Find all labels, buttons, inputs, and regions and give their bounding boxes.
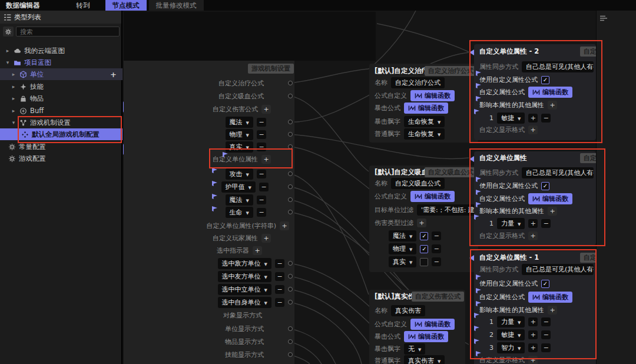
name-input[interactable]: 真实伤害 [391,305,425,316]
remove-item-button[interactable] [257,208,266,217]
add-item-button[interactable] [261,155,271,164]
node-default-heal-formula[interactable]: [默认]自定义治疗公式 自定义治疗公式 名称 自定义治疗公式 公式自定义 编辑函… [369,64,478,143]
dropdown[interactable]: 选中中立单位 [218,284,271,295]
dropdown[interactable]: 力量 [497,218,525,229]
output-port[interactable] [288,210,293,214]
remove-item-button[interactable] [541,219,551,228]
node-custom-unit-attribute-1[interactable]: 自定义单位属性 - 1 自定义单位属性 属性同步方式 自己总是可见(其他人有视野… [474,251,596,364]
remove-item-button[interactable] [257,143,266,151]
add-item-button[interactable] [417,219,426,227]
node-default-lifesteal-formula[interactable]: [默认]自定义吸血公式 自定义吸血公式 名称 自定义吸血公式 公式自定义 编辑函… [369,166,478,272]
tab-node-mode[interactable]: 节点模式 [105,0,147,11]
output-port[interactable] [288,274,293,279]
expand-collapsed-icon[interactable] [11,71,16,77]
output-port[interactable] [288,261,293,266]
remove-item-button[interactable] [541,317,551,326]
checkbox-checked[interactable] [541,182,549,190]
dropdown[interactable]: 敏捷 [497,112,525,124]
dropdown[interactable]: 物理 [389,243,416,254]
add-item-button[interactable] [261,105,271,114]
edit-function-button[interactable]: 编辑函数 [528,87,572,98]
output-port[interactable] [288,144,293,149]
add-item-button[interactable] [548,306,557,315]
remove-item-button[interactable] [432,231,441,240]
add-item-button[interactable] [528,317,538,326]
sidebar-item-project-blueprints[interactable]: 项目蓝图 [0,57,122,68]
sidebar-item-constant-config[interactable]: 常量配置 [0,141,122,153]
remove-item-button[interactable] [275,298,284,307]
checkbox-checked[interactable] [541,76,549,84]
remove-item-button[interactable] [275,259,284,268]
dropdown[interactable]: 无 [404,343,425,355]
remove-item-button[interactable] [541,343,551,352]
remove-item-button[interactable] [257,130,266,139]
output-port[interactable] [288,326,293,331]
remove-item-button[interactable] [257,170,266,178]
right-side-panel[interactable] [596,11,636,364]
list-panel-icon[interactable] [599,15,609,23]
remove-item-button[interactable] [275,285,284,294]
dropdown[interactable]: 生命恢复 [404,128,445,140]
remove-item-button[interactable] [257,196,266,204]
sync-mode-dropdown[interactable]: 自己总是可见(其他人有视野才能看得 [522,264,594,275]
output-port[interactable] [288,120,293,124]
output-port[interactable] [288,197,293,202]
output-port[interactable] [288,94,293,98]
sidebar-item-my-cloud-blueprints[interactable]: 我的云端蓝图 [0,45,122,57]
dropdown[interactable]: 攻击 [226,168,253,180]
menu-data-editor[interactable]: 数据编辑器 [0,0,46,11]
edit-function-button[interactable]: 编辑函数 [410,319,455,330]
add-item-button[interactable] [261,234,271,243]
expand-collapsed-icon[interactable] [5,48,11,54]
dropdown[interactable]: 真实伤害 [404,355,445,364]
node-game-mechanism-settings[interactable]: 游戏机制设置 自定义治疗公式 自定义吸血公式 自定义伤害公式 魔法 物理 真实 [124,61,294,364]
edit-function-button[interactable]: 编辑函数 [528,292,572,303]
add-item-button[interactable] [528,231,538,240]
expand-open-icon[interactable] [11,120,16,125]
add-item-button[interactable] [528,330,538,339]
tab-batch-edit-mode[interactable]: 批量修改模式 [149,0,204,11]
name-input[interactable]: 自定义治疗公式 [391,77,445,88]
dropdown[interactable]: 选中自身单位 [218,297,271,308]
dropdown[interactable]: 敏捷 [497,329,525,340]
search-input[interactable] [16,27,120,37]
edit-function-button[interactable]: 编辑函数 [410,191,455,202]
dropdown[interactable]: 生命 [226,207,253,218]
menu-goto[interactable]: 转到 [71,0,96,11]
remove-item-button[interactable] [541,330,551,339]
node-graph-canvas[interactable]: 用单位的死亡经验属性值，移除时、... ..敌方；不包括：镜像' 位都可以被分配… [122,11,636,364]
dropdown[interactable]: 力量 [497,316,525,327]
dropdown[interactable]: 魔法 [226,117,253,128]
expand-collapsed-icon[interactable] [11,84,16,90]
sidebar-item-skills[interactable]: 技能 [0,81,122,92]
input-port-arrow-icon[interactable] [469,156,474,162]
checkbox-checked[interactable] [420,232,428,240]
sidebar-item-default-global-mechanism-config[interactable]: 默认全局游戏机制配置 [0,128,122,140]
remove-item-button[interactable] [257,118,266,127]
input-port-arrow-icon[interactable] [469,49,474,55]
node-default-true-damage[interactable]: [默认]真实伤害 自定义伤害公式 名称 真实伤害 公式自定义 编辑函数 暴击公式… [369,290,465,364]
add-item-button[interactable] [528,219,538,228]
add-item-button[interactable] [548,101,557,110]
dropdown[interactable]: 选中敌方单位 [218,258,271,269]
edit-function-button[interactable]: 编辑函数 [404,331,448,342]
expand-collapsed-icon[interactable] [11,95,16,101]
output-port[interactable] [288,184,293,189]
output-port[interactable] [288,81,293,85]
checkbox-unchecked[interactable] [420,258,428,266]
sidebar-item-units[interactable]: 单位 [0,68,122,80]
output-port[interactable] [288,352,293,357]
dropdown[interactable]: 物理 [226,129,253,140]
output-port[interactable] [288,171,293,176]
dropdown[interactable]: 生命恢复 [404,116,445,127]
search-settings-button[interactable] [3,27,14,37]
sidebar-item-items[interactable]: 物品 [0,92,122,104]
output-port[interactable] [288,287,293,292]
dropdown[interactable]: 魔法 [226,194,253,206]
dropdown[interactable]: 魔法 [389,230,416,241]
output-port[interactable] [288,339,293,344]
expand-collapsed-icon[interactable] [11,108,16,114]
name-input[interactable]: 自定义吸血公式 [391,178,445,189]
sync-mode-dropdown[interactable]: 自己总是可见(其他人有视野才能看得 [522,61,594,72]
add-item-button[interactable] [280,221,289,230]
